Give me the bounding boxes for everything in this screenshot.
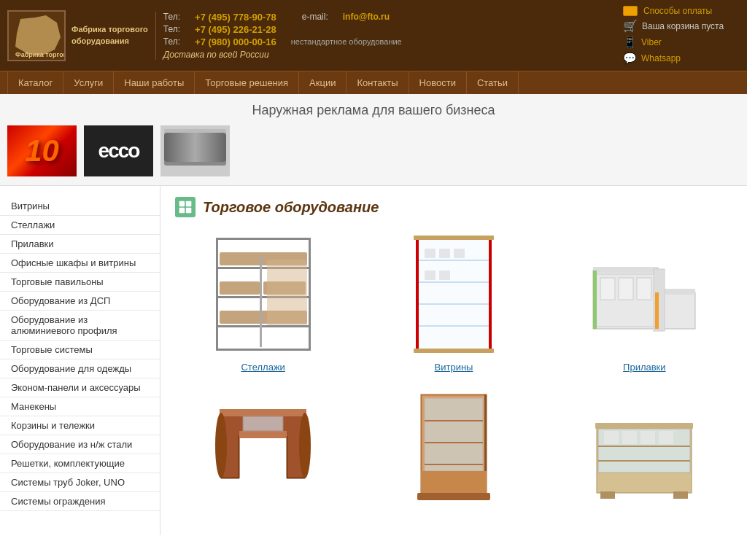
list-item: Прилавки (0, 235, 160, 254)
list-item: Эконом-панели и аксессуары (0, 378, 160, 397)
header: Фабрика торгового оборудования Фабрика т… (0, 0, 747, 71)
svg-rect-49 (600, 278, 615, 300)
svg-rect-33 (489, 238, 492, 351)
sidebar-link[interactable]: Оборудование для одежды (0, 359, 160, 378)
main-content: ВитриныСтеллажиПрилавкиОфисные шкафы и в… (0, 186, 747, 535)
phone1-link[interactable]: +7 (495) 778-90-78 (195, 12, 276, 23)
section-title-text: Торговое оборудование (203, 199, 379, 216)
svg-rect-21 (220, 281, 260, 295)
svg-rect-58 (425, 420, 483, 421)
sidebar-link[interactable]: Оборудование из алюминиевого профиля (0, 311, 160, 341)
sidebar: ВитриныСтеллажиПрилавкиОфисные шкафы и в… (0, 186, 160, 535)
phone3-link[interactable]: +7 (980) 000-00-16 (195, 36, 276, 47)
nav-item: Статьи (467, 71, 519, 94)
sidebar-link[interactable]: Решетки, комплектующие (0, 454, 160, 473)
product-grid-row2: — (175, 384, 732, 524)
svg-rect-57 (425, 398, 483, 471)
nav-link[interactable]: Акции (299, 71, 347, 94)
banner-image-2[interactable]: ecco (84, 125, 153, 176)
nav-link[interactable]: Новости (409, 71, 467, 94)
svg-rect-6 (166, 152, 217, 155)
delivery-text: Доставка по всей России (163, 50, 269, 60)
svg-rect-51 (637, 278, 651, 300)
sidebar-link[interactable]: Витрины (0, 197, 160, 216)
list-item: Корзины и тележки (0, 416, 160, 435)
product-link-shelves[interactable]: Стеллажи (241, 362, 285, 373)
product-card-showcases: Витрины (365, 232, 541, 373)
product-card-tall-showcase: — (365, 384, 541, 524)
svg-point-53 (299, 413, 311, 478)
list-item: Стеллажи (0, 216, 160, 235)
list-item: Торговые системы (0, 341, 160, 359)
cart-text: Ваша корзина пуста (642, 21, 724, 31)
svg-rect-3 (164, 140, 226, 166)
nav-link[interactable]: Наши работы (114, 71, 195, 94)
product-link-counters[interactable]: Прилавки (623, 362, 666, 373)
svg-rect-67 (598, 460, 690, 462)
product-image-shelves (175, 232, 351, 356)
sidebar-link[interactable]: Системы ограждения (0, 492, 160, 511)
banner-image-1[interactable]: 10 (7, 125, 77, 176)
sidebar-link[interactable]: Системы труб Joker, UNO (0, 473, 160, 492)
sidebar-link[interactable]: Оборудование из н/ж стали (0, 435, 160, 454)
product-link-showcases[interactable]: Витрины (435, 362, 473, 373)
svg-rect-8 (164, 129, 226, 139)
product-image-counters (557, 232, 732, 356)
svg-rect-15 (216, 238, 311, 240)
header-right: Способы оплаты 🛒 Ваша корзина пуста 📱 Vi… (623, 6, 740, 65)
product-image-booth (175, 384, 351, 508)
nav-link[interactable]: Каталог (7, 71, 63, 94)
svg-rect-60 (425, 464, 483, 465)
svg-rect-50 (619, 278, 633, 300)
sidebar-link[interactable]: Эконом-панели и аксессуары (0, 378, 160, 397)
email-link[interactable]: info@fto.ru (343, 12, 390, 22)
nav-link[interactable]: Торговые решения (195, 71, 299, 94)
svg-rect-13 (216, 238, 218, 351)
product-card-booth: — (175, 384, 351, 524)
sidebar-link[interactable]: Прилавки (0, 235, 160, 254)
banner-title: Наружная реклама для вашего бизнеса (7, 103, 740, 118)
svg-rect-47 (593, 271, 597, 329)
product-card-shelves: Стеллажи (175, 232, 351, 373)
sidebar-link[interactable]: Стеллажи (0, 216, 160, 235)
sidebar-link[interactable]: Корзины и тележки (0, 416, 160, 435)
whatsapp-row: 💬 Whatsapp (623, 52, 681, 65)
svg-rect-73 (640, 431, 655, 444)
svg-rect-42 (593, 267, 659, 273)
list-item: Витрины (0, 197, 160, 216)
phone-row-3: Тел: +7 (980) 000-00-16 нестандартное об… (163, 36, 616, 47)
sidebar-link[interactable]: Торговые системы (0, 341, 160, 359)
list-item: Торговые павильоны (0, 273, 160, 292)
nav-link[interactable]: Статьи (467, 71, 519, 94)
viber-link[interactable]: Viber (641, 37, 662, 47)
svg-rect-39 (425, 271, 436, 280)
cart-icon: 🛒 (623, 19, 638, 33)
nav-link[interactable]: Услуги (63, 71, 114, 94)
phone1-label: Тел: (163, 12, 180, 22)
contact-block: Тел: +7 (495) 778-90-78 e-mail: info@fto… (155, 12, 616, 60)
sidebar-link[interactable]: Оборудование из ДСП (0, 292, 160, 311)
svg-rect-10 (186, 201, 192, 207)
phone-row-2: Тел: +7 (495) 226-21-28 (163, 24, 616, 35)
nav-item: Контакты (347, 71, 409, 94)
list-item: Офисные шкафы и витрины (0, 254, 160, 273)
payment-link[interactable]: Способы оплаты (643, 6, 712, 16)
svg-rect-35 (414, 349, 494, 353)
phone2-link[interactable]: +7 (495) 226-21-28 (195, 24, 276, 35)
product-image-showcases (365, 232, 541, 356)
svg-rect-11 (179, 208, 185, 214)
nav-link[interactable]: Контакты (347, 71, 409, 94)
svg-rect-59 (425, 442, 483, 443)
sidebar-link[interactable]: Офисные шкафы и витрины (0, 254, 160, 273)
sidebar-link[interactable]: Манекены (0, 397, 160, 416)
sidebar-link[interactable]: Торговые павильоны (0, 273, 160, 292)
whatsapp-link[interactable]: Whatsapp (641, 53, 681, 63)
svg-rect-70 (673, 491, 688, 499)
svg-rect-32 (416, 238, 419, 351)
svg-rect-63 (417, 493, 490, 500)
svg-rect-54 (243, 416, 283, 431)
svg-rect-7 (166, 156, 206, 159)
banner-images: 10 ecco (7, 125, 740, 176)
banner-image-3[interactable] (160, 125, 230, 176)
svg-rect-34 (414, 236, 494, 240)
